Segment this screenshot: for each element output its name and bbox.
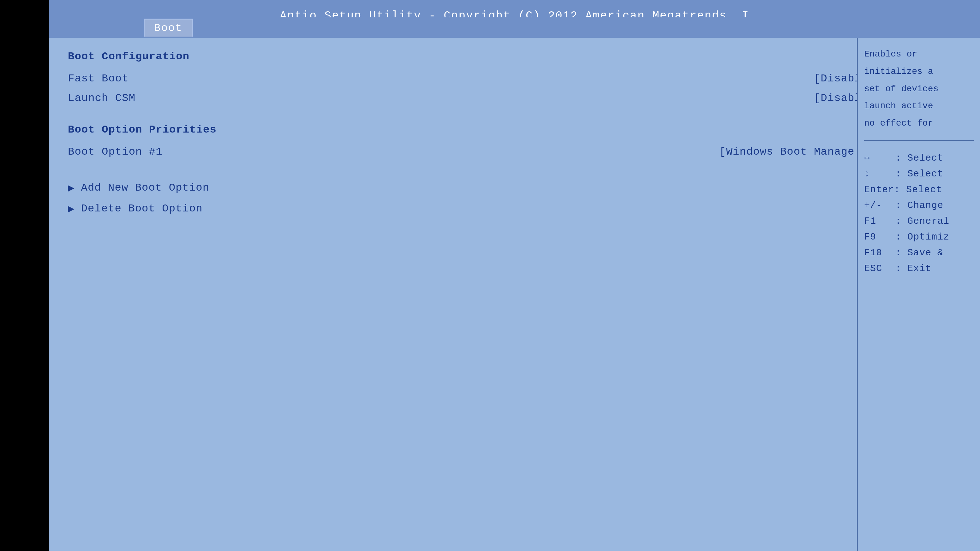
key-help-plusminus: +/- : Change [864,198,974,213]
key-help-enter: Enter: Select [864,182,974,198]
key-help-f10: F10 : Save & [864,245,974,260]
delete-boot-arrow-icon: ▶ [68,202,75,215]
key-f1-desc: : General [896,216,950,227]
menu-item-boot-option-1[interactable]: Boot Option #1 [Windows Boot Manage...] [68,142,881,162]
key-plusminus-desc: : Change [896,200,943,211]
add-boot-arrow-icon: ▶ [68,181,75,194]
launch-csm-label: Launch CSM [68,92,135,104]
add-boot-label: Add New Boot Option [81,182,209,194]
key-f9-desc: : Optimiz [896,232,950,242]
key-arrows-ud: ↕ [864,168,889,179]
section-boot-priorities: Boot Option Priorities [68,124,881,136]
key-f9: F9 [864,232,889,242]
help-panel: Enables or initializes a set of devices … [857,38,980,551]
key-enter-desc: Select [906,184,942,195]
help-text-4: no effect for [864,116,974,131]
help-text-1: initializes a [864,65,974,79]
bios-screen: Aptio Setup Utility - Copyright (C) 2012… [49,0,980,551]
boot-option-1-label: Boot Option #1 [68,146,162,158]
section-gap-2 [68,162,881,177]
key-help-f1: F1 : General [864,213,974,229]
key-f10: F10 [864,248,889,258]
key-help-arrows-lr: ↔ : Select [864,150,974,166]
help-text-3: launch active [864,99,974,113]
help-divider [864,140,974,141]
key-help-f9: F9 : Optimiz [864,229,974,245]
tab-bar: Boot [49,17,980,38]
tab-boot[interactable]: Boot [144,19,193,37]
key-arrows-lr-desc: : Select [896,153,943,164]
key-esc-desc: : Exit [896,263,931,274]
content-area: Boot Configuration Fast Boot [Disabled] … [49,38,901,551]
delete-boot-label: Delete Boot Option [81,203,202,214]
left-overlay [0,0,49,551]
key-esc: ESC [864,263,889,274]
key-arrows-ud-desc: : Select [896,168,943,179]
key-plusminus: +/- [864,200,889,211]
menu-item-add-new-boot-option[interactable]: ▶ Add New Boot Option [68,177,881,198]
key-help-esc: ESC : Exit [864,260,974,276]
key-arrows-lr: ↔ [864,153,889,164]
menu-item-fast-boot[interactable]: Fast Boot [Disabled] [68,69,881,88]
menu-item-delete-boot-option[interactable]: ▶ Delete Boot Option [68,198,881,219]
section-boot-configuration: Boot Configuration [68,51,881,62]
key-f1: F1 [864,216,889,227]
section-gap-1 [68,108,881,124]
help-text-0: Enables or [864,47,974,62]
key-f10-desc: : Save & [896,248,943,258]
key-enter: Enter: [864,184,900,195]
help-text-2: set of devices [864,82,974,96]
key-help-arrows-ud: ↕ : Select [864,166,974,182]
fast-boot-label: Fast Boot [68,73,129,84]
menu-item-launch-csm[interactable]: Launch CSM [Disabled] [68,88,881,108]
